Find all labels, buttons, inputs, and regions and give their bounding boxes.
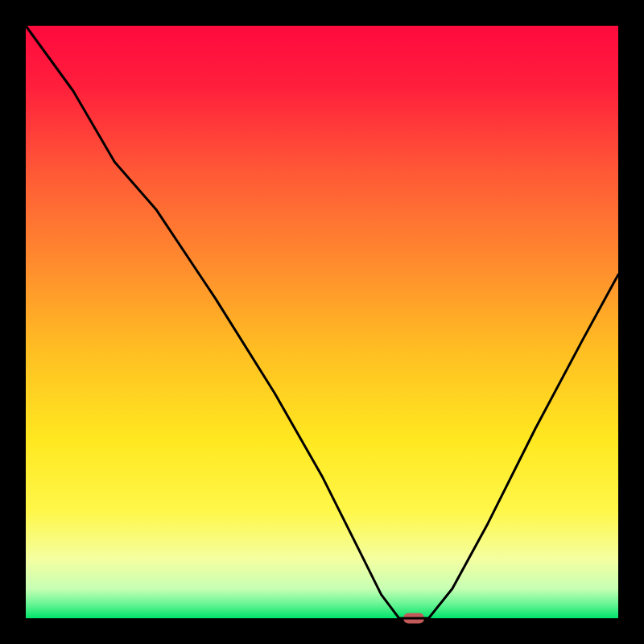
chart-plot-area bbox=[26, 26, 618, 618]
bottleneck-chart bbox=[0, 0, 644, 644]
chart-stage: TheBottleneck.com bbox=[0, 0, 644, 644]
